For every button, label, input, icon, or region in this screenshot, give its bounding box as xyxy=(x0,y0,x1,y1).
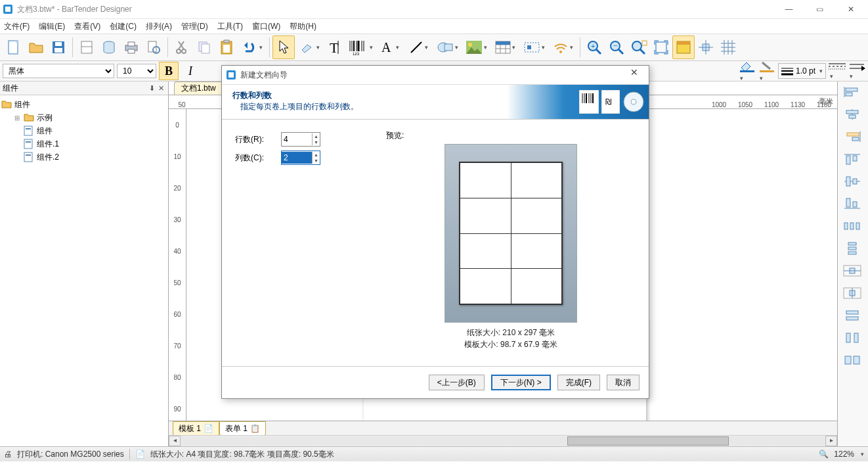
open-button[interactable] xyxy=(25,35,47,59)
line-style-button[interactable]: ▾ xyxy=(829,62,846,80)
align-left-icon[interactable] xyxy=(842,85,863,101)
copy-button[interactable] xyxy=(193,35,215,59)
font-size-select[interactable]: 10 xyxy=(117,64,156,78)
svg-rect-118 xyxy=(854,356,859,364)
zoom-icon[interactable]: 🔍 xyxy=(819,450,829,459)
page-setup-button[interactable] xyxy=(76,35,98,59)
dialog-titlebar: 新建文档向导 ✕ xyxy=(222,66,649,84)
rows-input[interactable] xyxy=(282,133,312,145)
center-in-label-h-icon[interactable] xyxy=(842,264,863,280)
pointer-tool-button[interactable] xyxy=(272,35,295,59)
format-painter-button[interactable]: ▾ xyxy=(295,35,324,59)
line-tool-button[interactable]: ▾ xyxy=(404,35,433,59)
back-button[interactable]: <上一步(B) xyxy=(429,375,485,390)
rfid-tool-button[interactable]: ▾ xyxy=(548,35,577,59)
table-tool-button[interactable]: ▾ xyxy=(490,35,519,59)
scroll-right-icon[interactable]: ▸ xyxy=(825,436,837,446)
scroll-thumb[interactable] xyxy=(567,436,729,446)
distribute-h-icon[interactable] xyxy=(842,219,863,235)
text-tool-button[interactable]: T xyxy=(324,35,346,59)
paste-button[interactable] xyxy=(215,35,238,59)
print-button[interactable] xyxy=(120,35,142,59)
align-center-h-icon[interactable] xyxy=(842,108,863,124)
cols-down-icon[interactable]: ▼ xyxy=(313,158,320,164)
shape-tool-button[interactable]: ▾ xyxy=(433,35,462,59)
snap-button[interactable] xyxy=(695,35,717,59)
align-right-icon[interactable] xyxy=(842,130,863,146)
menu-create[interactable]: 创建(C) xyxy=(110,21,137,32)
menu-file[interactable]: 文件(F) xyxy=(4,21,30,32)
center-in-label-v-icon[interactable] xyxy=(842,287,863,302)
line-weight-select[interactable]: 1.0 pt▾ xyxy=(778,63,826,79)
fill-color-button[interactable]: ▾ xyxy=(739,60,756,82)
cancel-button[interactable]: 取消 xyxy=(607,375,640,390)
database-button[interactable] xyxy=(98,35,120,59)
dialog-close-button[interactable]: ✕ xyxy=(624,67,645,83)
rows-up-icon[interactable]: ▲ xyxy=(313,133,320,139)
pin-icon[interactable]: ⬇ xyxy=(147,84,156,93)
new-doc-button[interactable] xyxy=(3,35,25,59)
line-color-button[interactable]: ▾ xyxy=(758,60,775,82)
cut-button[interactable] xyxy=(171,35,193,59)
rows-spinner[interactable]: ▲▼ xyxy=(281,132,320,147)
finish-button[interactable]: 完成(F) xyxy=(557,375,600,390)
view-mode-button[interactable] xyxy=(672,35,695,59)
same-width-icon[interactable] xyxy=(842,309,863,325)
tree-item-component-2[interactable]: 组件.2 xyxy=(1,150,167,164)
minimize-button[interactable]: — xyxy=(774,1,804,18)
horizontal-scrollbar[interactable]: ◂ ▸ xyxy=(169,435,837,446)
same-height-icon[interactable] xyxy=(842,331,863,347)
picture-tool-button[interactable]: ▾ xyxy=(462,35,490,59)
menu-view[interactable]: 查看(V) xyxy=(74,21,100,32)
zoom-out-button[interactable]: − xyxy=(605,35,628,59)
expand-icon[interactable]: ⊞ xyxy=(13,114,21,122)
bold-button[interactable]: B xyxy=(159,62,179,80)
cols-up-icon[interactable]: ▲ xyxy=(313,152,320,158)
maximize-button[interactable]: ▭ xyxy=(805,1,835,18)
menu-edit[interactable]: 编辑(E) xyxy=(39,21,65,32)
zoom-dropdown-icon[interactable]: ▾ xyxy=(861,451,864,457)
barcode-tool-button[interactable]: 123▾ xyxy=(346,35,375,59)
fit-to-window-button[interactable] xyxy=(650,35,672,59)
menu-window[interactable]: 窗口(W) xyxy=(252,21,280,32)
align-middle-icon[interactable] xyxy=(842,175,863,191)
menu-manage[interactable]: 管理(D) xyxy=(181,21,208,32)
menu-tools[interactable]: 工具(T) xyxy=(217,21,243,32)
zoom-in-button[interactable]: + xyxy=(583,35,605,59)
same-size-icon[interactable] xyxy=(842,354,863,369)
encoder-tool-button[interactable]: ▾ xyxy=(519,35,548,59)
menu-arrange[interactable]: 排列(A) xyxy=(146,21,172,32)
rows-down-icon[interactable]: ▼ xyxy=(313,139,320,145)
doc-icon xyxy=(24,152,34,162)
doc-tab[interactable]: 文档1.btw xyxy=(174,81,223,95)
tree-item-example[interactable]: ⊞ 示例 xyxy=(1,111,167,124)
cols-input[interactable] xyxy=(282,152,312,164)
tree-item-component[interactable]: 组件 xyxy=(1,124,167,137)
zoom-fit-button[interactable] xyxy=(628,35,650,59)
tab-form[interactable]: 表单 1📋 xyxy=(219,421,266,436)
svg-rect-78 xyxy=(26,128,31,129)
print-preview-button[interactable] xyxy=(142,35,165,59)
panel-close-icon[interactable]: ✕ xyxy=(156,84,165,93)
align-top-icon[interactable] xyxy=(842,152,863,168)
close-button[interactable]: ✕ xyxy=(836,1,865,18)
tree-root[interactable]: 组件 xyxy=(1,98,167,111)
font-select[interactable]: 黑体 xyxy=(3,64,114,78)
tree-item-component-1[interactable]: 组件.1 xyxy=(1,137,167,150)
grid-button[interactable] xyxy=(717,35,739,59)
window-titlebar: 文档3.btw* - BarTender Designer — ▭ ✕ xyxy=(0,0,868,19)
tab-template[interactable]: 模板 1📄 xyxy=(173,421,219,436)
align-bottom-icon[interactable] xyxy=(842,197,863,213)
line-end-button[interactable]: ▾ xyxy=(848,62,865,80)
cols-spinner[interactable]: ▲▼ xyxy=(281,150,320,165)
sheet-tabs: 模板 1📄 表单 1📋 xyxy=(169,421,837,436)
undo-button[interactable]: ▾ xyxy=(238,35,267,59)
menu-help[interactable]: 帮助(H) xyxy=(290,21,316,32)
scroll-left-icon[interactable]: ◂ xyxy=(169,436,181,446)
next-button[interactable]: 下一步(N) > xyxy=(491,375,551,390)
distribute-v-icon[interactable] xyxy=(842,242,863,258)
text-object-button[interactable]: A▾ xyxy=(375,35,404,59)
save-button[interactable] xyxy=(47,35,70,59)
label-graphic-icon: ₪ xyxy=(601,90,620,114)
italic-button[interactable]: I xyxy=(181,62,200,80)
